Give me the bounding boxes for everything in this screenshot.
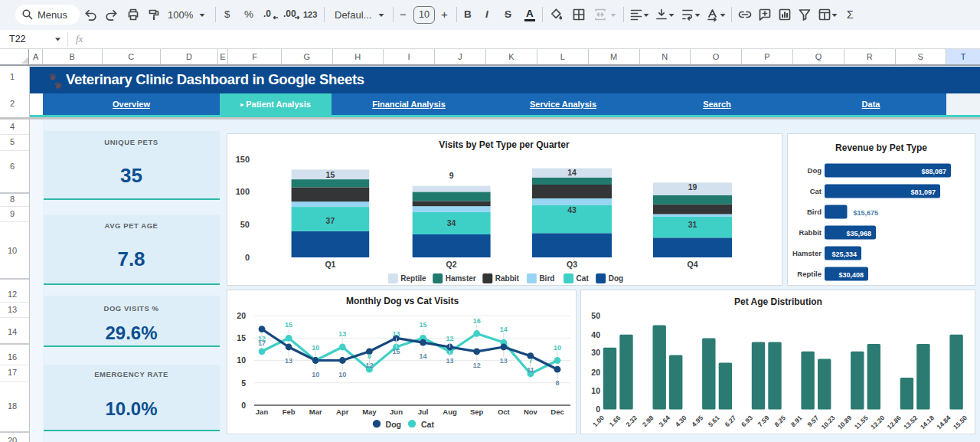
svg-text:$35,968: $35,968 — [846, 230, 871, 237]
svg-text:10: 10 — [312, 371, 319, 378]
svg-text:14: 14 — [567, 167, 577, 176]
svg-text:10: 10 — [237, 355, 246, 365]
svg-text:0: 0 — [245, 253, 250, 262]
svg-text:15: 15 — [285, 321, 292, 329]
svg-text:10: 10 — [591, 386, 600, 395]
svg-text:$15,675: $15,675 — [853, 209, 878, 217]
svg-text:12: 12 — [446, 335, 454, 342]
svg-text:17: 17 — [258, 339, 266, 347]
svg-text:Bird: Bird — [539, 274, 554, 283]
svg-text:10.23: 10.23 — [819, 414, 836, 431]
svg-text:13: 13 — [446, 357, 454, 365]
svg-text:12.86: 12.86 — [885, 414, 902, 431]
svg-text:Feb: Feb — [283, 408, 296, 416]
svg-text:Cat: Cat — [421, 420, 434, 429]
svg-text:Oct: Oct — [498, 408, 511, 416]
svg-text:0: 0 — [596, 404, 600, 414]
svg-text:9: 9 — [449, 171, 454, 180]
svg-text:$81,097: $81,097 — [910, 188, 936, 196]
svg-text:16: 16 — [473, 317, 481, 325]
svg-text:34: 34 — [447, 218, 456, 228]
svg-text:$30,408: $30,408 — [838, 271, 864, 279]
svg-text:Nov: Nov — [524, 408, 538, 416]
svg-text:1.66: 1.66 — [607, 414, 622, 428]
svg-text:Q4: Q4 — [687, 259, 697, 268]
svg-text:$25,334: $25,334 — [831, 250, 857, 258]
svg-text:0: 0 — [241, 401, 246, 410]
svg-text:15: 15 — [237, 333, 246, 342]
svg-text:15.50: 15.50 — [951, 414, 968, 431]
svg-text:4.30: 4.30 — [673, 414, 688, 428]
svg-text:Sep: Sep — [470, 408, 484, 416]
svg-text:37: 37 — [326, 215, 335, 224]
svg-text:6.27: 6.27 — [723, 414, 737, 428]
svg-text:Jun: Jun — [390, 408, 403, 416]
svg-text:10: 10 — [338, 371, 346, 378]
svg-text:Jan: Jan — [256, 408, 269, 416]
svg-text:15: 15 — [392, 348, 400, 355]
svg-text:Apr: Apr — [336, 408, 349, 416]
svg-text:50: 50 — [591, 311, 600, 320]
svg-text:8: 8 — [555, 379, 559, 387]
svg-text:50: 50 — [240, 220, 250, 229]
svg-text:Monthly Dog vs Cat Visits: Monthly Dog vs Cat Visits — [346, 296, 459, 306]
svg-text:13: 13 — [285, 357, 292, 365]
svg-text:8.91: 8.91 — [789, 414, 803, 428]
svg-text:$88,087: $88,087 — [921, 168, 946, 175]
svg-text:Q2: Q2 — [446, 259, 457, 268]
svg-text:7: 7 — [528, 357, 532, 365]
svg-text:Reptile: Reptile — [797, 270, 822, 278]
svg-text:2.32: 2.32 — [624, 414, 639, 428]
svg-text:5: 5 — [241, 378, 246, 388]
svg-text:Reptile: Reptile — [400, 274, 426, 283]
svg-text:Dog: Dog — [609, 274, 623, 283]
svg-text:3.64: 3.64 — [657, 414, 671, 428]
svg-text:Aug: Aug — [443, 408, 457, 416]
svg-text:10: 10 — [312, 344, 319, 352]
svg-text:12: 12 — [365, 362, 373, 369]
svg-text:9.57: 9.57 — [805, 414, 820, 428]
svg-text:May: May — [362, 408, 377, 416]
svg-text:Pet Age Distribution: Pet Age Distribution — [734, 296, 822, 307]
svg-text:14: 14 — [500, 326, 508, 333]
svg-text:2.98: 2.98 — [640, 414, 655, 428]
svg-text:Hamster: Hamster — [446, 274, 476, 283]
svg-text:13: 13 — [392, 330, 400, 338]
svg-text:4.95: 4.95 — [690, 414, 704, 428]
svg-text:Visits by Pet Type per Quarter: Visits by Pet Type per Quarter — [439, 139, 570, 150]
svg-text:11.55: 11.55 — [852, 414, 869, 431]
svg-text:150: 150 — [236, 154, 250, 163]
svg-text:10.89: 10.89 — [836, 414, 853, 431]
svg-text:Q3: Q3 — [567, 259, 577, 268]
svg-text:1.00: 1.00 — [591, 414, 606, 428]
svg-text:Hamster: Hamster — [792, 249, 821, 257]
svg-text:Q1: Q1 — [325, 259, 335, 268]
svg-text:Rabbit: Rabbit — [495, 274, 520, 283]
svg-text:8.25: 8.25 — [773, 414, 787, 428]
svg-text:Jul: Jul — [418, 408, 429, 416]
svg-text:31: 31 — [688, 220, 697, 229]
svg-text:Bird: Bird — [807, 208, 822, 216]
svg-text:15: 15 — [326, 170, 335, 179]
svg-text:12: 12 — [473, 362, 481, 369]
svg-text:Mar: Mar — [309, 408, 322, 416]
svg-text:20: 20 — [237, 311, 246, 320]
svg-text:40: 40 — [591, 330, 600, 339]
svg-text:13: 13 — [500, 357, 508, 365]
svg-text:Dec: Dec — [550, 408, 564, 416]
svg-text:43: 43 — [567, 205, 577, 214]
svg-text:Revenue by Pet Type: Revenue by Pet Type — [835, 142, 927, 153]
svg-text:15: 15 — [419, 321, 426, 329]
svg-text:Dog: Dog — [386, 420, 401, 429]
svg-text:20: 20 — [591, 368, 600, 377]
svg-text:14.84: 14.84 — [935, 414, 952, 431]
svg-text:6.93: 6.93 — [740, 414, 754, 428]
svg-text:8: 8 — [368, 352, 371, 360]
svg-text:Cat: Cat — [809, 187, 822, 195]
svg-text:14: 14 — [419, 352, 426, 360]
svg-text:5.61: 5.61 — [706, 414, 720, 428]
svg-text:Cat: Cat — [577, 274, 590, 283]
svg-text:7.59: 7.59 — [756, 414, 770, 428]
svg-text:30: 30 — [591, 348, 600, 357]
svg-text:12.20: 12.20 — [869, 414, 886, 431]
